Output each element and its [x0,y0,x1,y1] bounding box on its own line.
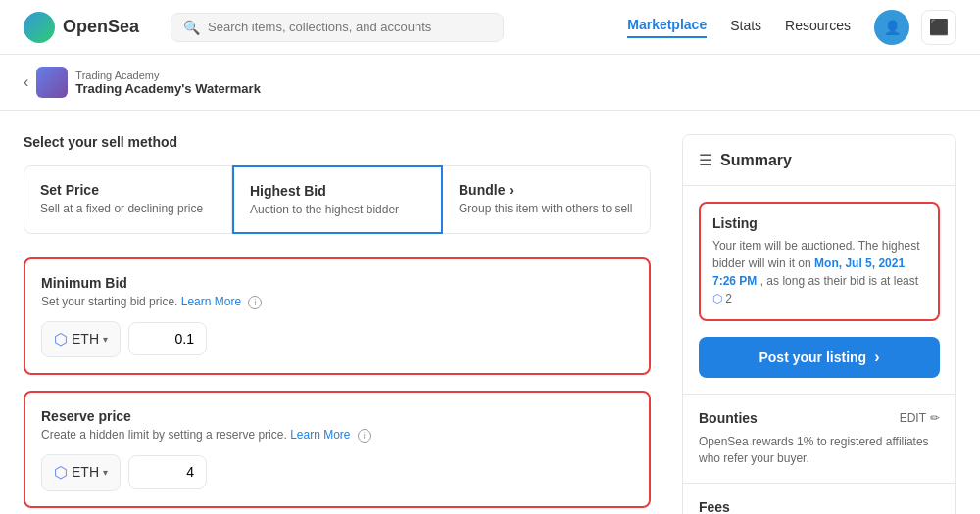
bounties-header: Bounties EDIT ✏ [699,410,940,426]
set-price-title: Set Price [40,182,216,198]
summary-header: ☰ Summary [683,135,956,186]
reserve-price-input[interactable] [128,455,207,489]
set-price-desc: Sell at a fixed or declining price [40,202,216,215]
listing-desc-suffix: , as long as their bid is at least [760,274,918,288]
post-listing-arrow-icon: › [874,349,879,366]
breadcrumb: ‹ Trading Academy Trading Academy's Wate… [0,55,980,111]
listing-eth-icon: ⬡ [712,292,722,305]
bounties-section: Bounties EDIT ✏ OpenSea rewards 1% to re… [683,394,956,483]
bounties-desc: OpenSea rewards 1% to registered affilia… [699,434,940,467]
edit-button[interactable]: EDIT ✏ [900,411,940,425]
nav-marketplace[interactable]: Marketplace [627,17,707,38]
minimum-bid-input-row: ⬡ ETH ▾ [41,321,633,357]
minimum-bid-chevron-icon: ▾ [103,334,108,345]
breadcrumb-text: Trading Academy Trading Academy's Waterm… [75,70,261,96]
bundle-title: Bundle › [459,182,634,198]
fees-title: Fees [699,499,940,514]
eth-icon: ⬡ [54,330,68,349]
summary-panel: ☰ Summary Listing Your item will be auct… [682,134,956,514]
sell-methods: Set Price Sell at a fixed or declining p… [24,165,651,234]
search-bar[interactable]: 🔍 [171,13,504,42]
breadcrumb-title: Trading Academy's Watermark [75,81,261,96]
reserve-price-title: Reserve price [41,408,633,424]
minimum-bid-desc: Set your starting bid price. Learn More … [41,295,633,309]
listing-desc: Your item will be auctioned. The highest… [712,237,926,307]
reserve-price-chevron-icon: ▾ [103,467,108,478]
breadcrumb-parent: Trading Academy [75,70,261,81]
profile-button[interactable]: 👤 [874,10,909,45]
minimum-bid-input[interactable] [128,322,207,355]
back-button[interactable]: ‹ [24,73,28,91]
summary-icon: ☰ [699,151,712,169]
highest-bid-desc: Auction to the highest bidder [250,203,425,216]
nav-stats[interactable]: Stats [730,18,761,37]
sell-method-bundle[interactable]: Bundle › Group this item with others to … [443,165,651,234]
post-listing-button[interactable]: Post your listing › [699,337,940,378]
minimum-bid-info-icon[interactable]: i [248,296,262,309]
minimum-bid-currency-selector[interactable]: ⬡ ETH ▾ [41,321,121,357]
bundle-desc: Group this item with others to sell [459,202,634,215]
wallet-button[interactable]: ⬛ [921,10,956,45]
reserve-price-card: Reserve price Create a hidden limit by s… [24,391,651,508]
nav-icons: 👤 ⬛ [874,10,956,45]
edit-pencil-icon: ✏ [930,411,940,425]
highest-bid-title: Highest Bid [250,183,425,199]
main-content: Select your sell method Set Price Sell a… [0,111,980,514]
reserve-eth-icon: ⬡ [54,463,68,482]
logo-icon [24,12,55,43]
listing-card: Listing Your item will be auctioned. The… [699,202,940,321]
minimum-bid-currency: ETH [72,331,99,347]
summary-title: Summary [720,152,792,169]
listing-title: Listing [712,215,926,231]
nav-resources[interactable]: Resources [785,18,851,37]
reserve-price-desc: Create a hidden limit by setting a reser… [41,428,633,443]
edit-label: EDIT [900,411,926,425]
reserve-price-info-icon[interactable]: i [358,429,371,443]
minimum-bid-title: Minimum Bid [41,275,633,291]
sell-method-highest-bid[interactable]: Highest Bid Auction to the highest bidde… [232,165,443,234]
logo: OpenSea [24,12,139,43]
listing-eth-amount: 2 [725,292,732,305]
logo-text: OpenSea [63,17,139,37]
post-listing-label: Post your listing [759,350,866,365]
bounties-title: Bounties [699,410,758,426]
search-icon: 🔍 [183,20,200,35]
reserve-price-input-row: ⬡ ETH ▾ [41,454,633,491]
minimum-bid-learn-more[interactable]: Learn More [181,295,241,308]
reserve-price-currency: ETH [72,464,99,480]
header: OpenSea 🔍 Marketplace Stats Resources 👤 … [0,0,980,55]
minimum-bid-card: Minimum Bid Set your starting bid price.… [24,257,651,375]
breadcrumb-icon [36,67,68,98]
nav-links: Marketplace Stats Resources [627,17,851,38]
reserve-price-currency-selector[interactable]: ⬡ ETH ▾ [41,454,121,491]
fees-section: Fees Listing is free! At the time of the… [683,483,956,514]
sell-method-set-price[interactable]: Set Price Sell at a fixed or declining p… [24,165,232,234]
sell-method-title: Select your sell method [24,134,651,150]
search-input[interactable] [208,20,491,34]
reserve-price-learn-more[interactable]: Learn More [290,428,350,442]
left-panel: Select your sell method Set Price Sell a… [24,134,682,514]
right-panel: ☰ Summary Listing Your item will be auct… [682,134,956,514]
